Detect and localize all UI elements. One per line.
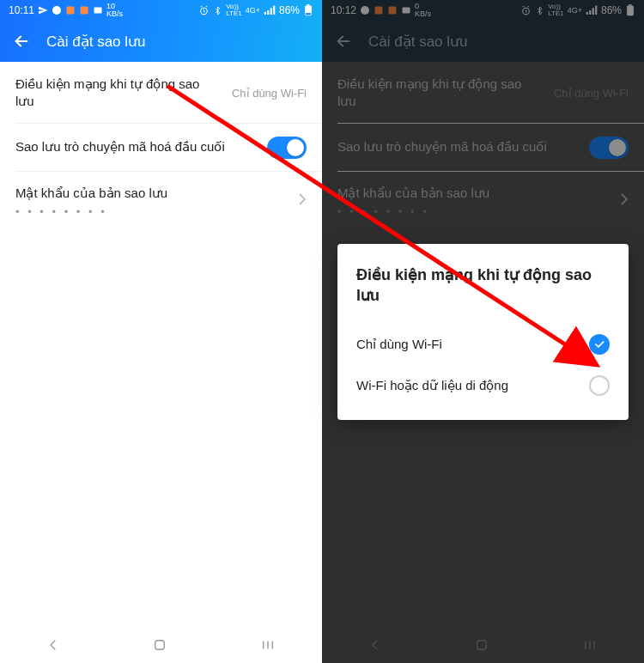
row-label: Điều kiện mạng khi tự động sao lưu: [337, 76, 544, 111]
svg-rect-7: [306, 13, 311, 15]
image-icon: [93, 5, 103, 15]
nav-home-icon[interactable]: [474, 637, 489, 653]
app-icon: [79, 5, 89, 15]
row-label: Điều kiện mạng khi tự động sao lưu: [15, 76, 222, 111]
messenger-icon: [360, 5, 370, 15]
svg-rect-15: [629, 4, 631, 6]
option-wifi-only[interactable]: Chỉ dùng Wi-Fi: [356, 324, 610, 365]
option-label: Wi-Fi hoặc dữ liệu di động: [356, 378, 508, 393]
network-type: 4G+: [568, 6, 582, 15]
bluetooth-icon: [535, 5, 544, 16]
svg-rect-8: [155, 640, 165, 649]
battery-icon: [303, 4, 313, 16]
row-label: Mật khẩu của bản sao lưu: [15, 185, 288, 202]
dialog-network-condition: Điều kiện mạng khi tự động sao lưu Chỉ d…: [337, 244, 629, 420]
row-backup-password: Mật khẩu của bản sao lưu • • • • • • • •: [322, 171, 644, 230]
svg-rect-16: [477, 640, 487, 649]
bluetooth-icon: [213, 5, 222, 16]
nav-back-icon[interactable]: [46, 637, 61, 653]
messenger-icon: [52, 5, 62, 15]
status-clock: 10:11: [9, 4, 34, 16]
row-label: Mật khẩu của bản sao lưu: [337, 185, 610, 202]
nav-recent-icon[interactable]: [259, 637, 276, 653]
chevron-right-icon: [298, 192, 307, 210]
status-clock: 10:12: [331, 4, 356, 16]
chevron-right-icon: [620, 192, 629, 210]
row-value: Chỉ dùng Wi-Fi: [554, 87, 629, 100]
app-header: Cài đặt sao lưu: [322, 21, 644, 62]
app-icon: [387, 5, 398, 15]
settings-list: Điều kiện mạng khi tự động sao lưu Chỉ d…: [0, 62, 322, 625]
row-label: Sao lưu trò chuyện mã hoá đầu cuối: [337, 138, 579, 155]
toggle-switch[interactable]: [267, 137, 307, 159]
row-subtext: • • • • • • • •: [337, 205, 610, 218]
svg-point-9: [361, 6, 369, 15]
back-icon[interactable]: [12, 32, 31, 51]
row-value: Chỉ dùng Wi-Fi: [232, 87, 307, 100]
network-speed: 0KB/s: [415, 3, 431, 18]
volte-icon: Vo))LTE1: [548, 3, 564, 17]
back-icon[interactable]: [334, 32, 353, 51]
status-bar: 10:12 0KB/s Vo))LTE1 4G+ 86%: [322, 0, 644, 21]
alarm-icon: [520, 5, 532, 16]
network-speed: 10KB/s: [106, 3, 123, 18]
toggle-switch: [589, 137, 629, 159]
row-label: Sao lưu trò chuyện mã hoá đầu cuối: [15, 138, 257, 155]
battery-icon: [625, 4, 635, 16]
image-icon: [401, 5, 411, 15]
phone-left: 10:11 10KB/s Vo))LTE1 4G+ 86%: [0, 0, 322, 663]
app-icon: [374, 5, 384, 15]
signal-icon: [586, 5, 598, 15]
svg-point-0: [52, 6, 61, 15]
app-icon: [65, 5, 76, 15]
svg-rect-12: [403, 8, 410, 14]
paperplane-icon: [38, 5, 48, 15]
network-type: 4G+: [246, 6, 260, 15]
battery-percentage: 86%: [601, 4, 622, 16]
system-nav-bar: [0, 625, 322, 663]
option-wifi-or-mobile[interactable]: Wi-Fi hoặc dữ liệu di động: [356, 365, 610, 406]
dialog-title: Điều kiện mạng khi tự động sao lưu: [356, 265, 610, 307]
option-label: Chỉ dùng Wi-Fi: [356, 337, 442, 352]
row-e2e-backup: Sao lưu trò chuyện mã hoá đầu cuối: [322, 123, 644, 171]
signal-icon: [264, 5, 276, 15]
svg-rect-14: [627, 6, 634, 16]
nav-back-icon[interactable]: [368, 637, 383, 653]
svg-rect-3: [94, 8, 102, 14]
page-title: Cài đặt sao lưu: [46, 33, 146, 51]
nav-home-icon[interactable]: [152, 637, 167, 653]
row-backup-password[interactable]: Mật khẩu của bản sao lưu • • • • • • • •: [0, 171, 322, 230]
svg-rect-1: [67, 7, 75, 15]
radio-selected-icon[interactable]: [589, 334, 610, 355]
alarm-icon: [198, 5, 210, 16]
svg-rect-11: [389, 7, 397, 15]
volte-icon: Vo))LTE1: [226, 3, 242, 17]
svg-rect-6: [307, 4, 309, 6]
page-title: Cài đặt sao lưu: [368, 33, 468, 51]
status-bar: 10:11 10KB/s Vo))LTE1 4G+ 86%: [0, 0, 322, 21]
radio-unselected-icon[interactable]: [589, 375, 610, 396]
svg-rect-2: [81, 7, 88, 15]
row-subtext: • • • • • • • •: [15, 205, 288, 218]
nav-recent-icon[interactable]: [581, 637, 598, 653]
system-nav-bar: [322, 625, 644, 663]
row-network-condition: Điều kiện mạng khi tự động sao lưu Chỉ d…: [322, 62, 644, 123]
battery-percentage: 86%: [279, 4, 300, 16]
app-header: Cài đặt sao lưu: [0, 21, 322, 62]
row-network-condition[interactable]: Điều kiện mạng khi tự động sao lưu Chỉ d…: [0, 62, 322, 123]
row-e2e-backup[interactable]: Sao lưu trò chuyện mã hoá đầu cuối: [0, 123, 322, 171]
svg-rect-10: [375, 7, 383, 15]
phone-right: 10:12 0KB/s Vo))LTE1 4G+ 86%: [322, 0, 644, 663]
